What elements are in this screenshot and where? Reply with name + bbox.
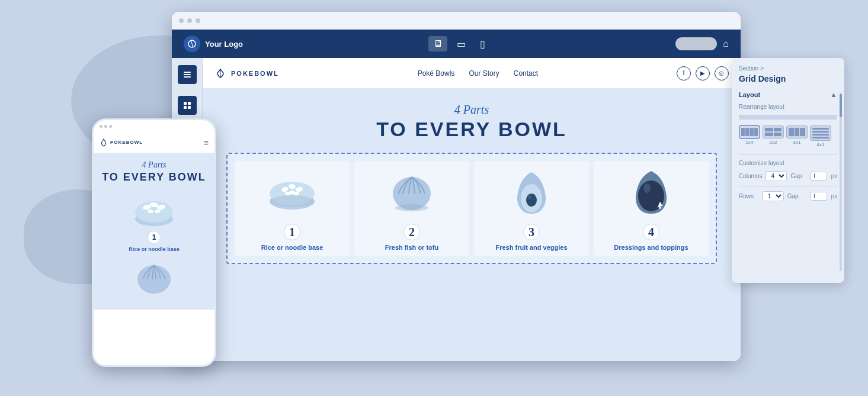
- panel-layout-section: Layout ▲: [739, 91, 837, 99]
- svg-rect-2: [184, 74, 191, 75]
- panel-breadcrumb: Section >: [739, 65, 837, 72]
- site-hero: 4 Parts TO EVERY BOWL: [203, 89, 741, 148]
- columns-select[interactable]: 4 1 2 3: [765, 171, 787, 181]
- panel-divider-2: [739, 186, 837, 186]
- social-instagram-btn[interactable]: ◎: [715, 66, 729, 81]
- social-facebook-btn[interactable]: f: [677, 66, 691, 81]
- browser-dot-3: [196, 18, 200, 23]
- rows-gap-unit: px: [831, 193, 837, 199]
- browser-chrome: [172, 12, 741, 30]
- customize-label: Customize layout: [739, 160, 837, 166]
- hero-subtitle: 4 Parts: [226, 103, 717, 117]
- svg-rect-7: [188, 106, 191, 109]
- social-youtube-btn[interactable]: ▶: [696, 66, 710, 81]
- panel-scrollbar[interactable]: [840, 94, 842, 271]
- panel-rearrange-label: Rearrange layout: [739, 104, 837, 110]
- site-navbar-logo: POKEBOWL: [214, 67, 279, 79]
- grid-item-4-label: Dressings and toppings: [614, 244, 688, 251]
- mobile-item-1-label: Rice or noodle base: [129, 246, 180, 252]
- svg-rect-1: [184, 72, 191, 73]
- nav-link-our-story[interactable]: Our Story: [469, 69, 499, 78]
- svg-rect-5: [188, 102, 191, 105]
- grid-item-1: 1 Rice or noodle base: [235, 161, 350, 256]
- grid-items-container: 1 Rice or noodle base: [235, 161, 709, 256]
- nav-link-contact[interactable]: Contact: [514, 69, 538, 78]
- gap-label: Gap: [790, 173, 807, 179]
- panel-layout-label: Layout: [739, 91, 760, 98]
- hero-title: TO EVERY BOWL: [226, 118, 717, 141]
- panel-title: Grid Design: [739, 74, 837, 83]
- layout-option-3x1[interactable]: 3x1: [786, 125, 808, 147]
- svg-rect-4: [184, 102, 187, 105]
- site-nav-links: Poké Bowls Our Story Contact: [418, 69, 538, 78]
- mobile-grid-item-2: [100, 258, 209, 297]
- rice-bowl-image: [262, 166, 322, 219]
- rows-gap-input[interactable]: [811, 192, 827, 201]
- rows-gap-label: Gap: [787, 193, 808, 199]
- fish-image: [382, 166, 441, 219]
- site-navbar: POKEBOWL Poké Bowls Our Story Contact f …: [203, 58, 741, 89]
- nav-link-poke-bowls[interactable]: Poké Bowls: [418, 69, 455, 78]
- svg-point-23: [643, 183, 651, 193]
- tablet-icon-btn[interactable]: ▭: [452, 36, 470, 52]
- svg-point-20: [526, 194, 537, 207]
- status-dot-3: [109, 125, 112, 128]
- logo-circle-icon: [184, 36, 200, 52]
- browser-dot-2: [187, 18, 192, 23]
- rows-row: Rows 1 2 3 4 Gap px: [739, 191, 837, 201]
- publish-button[interactable]: [675, 37, 717, 50]
- panel-collapse-icon[interactable]: ▲: [830, 91, 837, 99]
- panel-scroll-thumb: [840, 94, 842, 117]
- rows-select[interactable]: 1 2 3 4: [763, 191, 784, 201]
- grid-item-4: 4 Dressings and toppings: [594, 161, 709, 256]
- sidebar-layers-icon[interactable]: [178, 65, 197, 84]
- toolbar-right: ⌂: [675, 37, 729, 50]
- columns-row: Columns 4 1 2 3 Gap px: [739, 171, 837, 181]
- grid-item-2-number: 2: [403, 224, 420, 240]
- layout-option-2x2[interactable]: 2x2: [763, 125, 784, 147]
- site-toolbar: Your Logo 🖥 ▭ ▯ ⌂: [172, 30, 741, 58]
- mobile-menu-icon[interactable]: ≡: [204, 138, 209, 147]
- grid-item-2-label: Fresh fish or tofu: [385, 244, 438, 251]
- gap-input[interactable]: [811, 172, 827, 181]
- layout-option-4x1[interactable]: 4x1: [810, 125, 831, 147]
- status-dot-1: [100, 125, 103, 128]
- svg-point-21: [528, 195, 531, 199]
- panel-divider-1: [739, 154, 837, 155]
- layout-option-1x4[interactable]: 1x4: [739, 125, 760, 147]
- mobile-grid-item-1: 1 Rice or noodle base: [100, 191, 209, 252]
- mobile-navbar: POKEBOWL ≡: [94, 132, 214, 153]
- grid-item-3-label: Fresh fruit and veggies: [495, 244, 567, 251]
- sidebar-elements-icon[interactable]: [178, 96, 197, 115]
- site-main-area: POKEBOWL Poké Bowls Our Story Contact f …: [203, 58, 741, 361]
- grid-item-3: 3 Fresh fruit and veggies: [474, 161, 589, 256]
- svg-rect-3: [184, 76, 191, 78]
- mobile-status-dots: [100, 125, 112, 128]
- home-icon-btn[interactable]: ⌂: [723, 38, 729, 49]
- mobile-logo: POKEBOWL: [100, 139, 143, 147]
- website-content: POKEBOWL Poké Bowls Our Story Contact f …: [172, 58, 741, 361]
- toolbar-logo: Your Logo: [184, 36, 243, 52]
- avocado-image: [502, 166, 561, 219]
- grid-item-1-number: 1: [284, 224, 300, 240]
- svg-point-15: [289, 191, 295, 194]
- grid-item-3-number: 3: [523, 224, 540, 240]
- grid-item-2: 2 Fresh fish or tofu: [354, 161, 469, 256]
- mobile-content: 4 Parts TO EVERY BOWL 1 Rice or noodle b…: [94, 153, 214, 310]
- status-dot-2: [104, 125, 107, 128]
- rows-label: Rows: [739, 193, 759, 199]
- mobile-hero-subtitle: 4 Parts: [100, 160, 209, 170]
- device-icons: 🖥 ▭ ▯: [428, 36, 490, 52]
- grid-item-1-label: Rice or noodle base: [261, 244, 324, 251]
- svg-point-31: [137, 265, 171, 294]
- site-nav-social: f ▶ ◎: [677, 66, 729, 81]
- mobile-mockup: POKEBOWL ≡ 4 Parts TO EVERY BOWL 1 Rice …: [92, 118, 216, 367]
- mobile-icon-btn[interactable]: ▯: [475, 36, 490, 52]
- desktop-icon-btn[interactable]: 🖥: [428, 36, 447, 51]
- mobile-logo-text: POKEBOWL: [110, 140, 143, 145]
- site-logo-text: POKEBOWL: [231, 70, 279, 77]
- svg-rect-6: [184, 106, 187, 109]
- panel-layout-strip: [739, 115, 837, 120]
- svg-point-18: [395, 204, 428, 211]
- sauce-image: [622, 166, 681, 219]
